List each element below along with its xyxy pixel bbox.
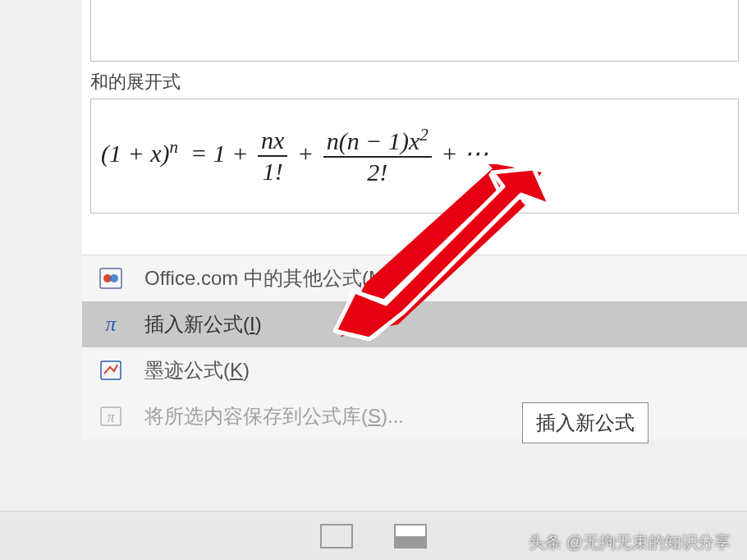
menu-item-office-equations[interactable]: Office.com 中的其他公式(M) — [82, 255, 747, 301]
tooltip-text: 插入新公式 — [536, 411, 635, 434]
office-icon — [97, 264, 125, 292]
menu-label: 将所选内容保存到公式库(S)... — [144, 403, 404, 429]
menu-label: 墨迹公式(K) — [144, 357, 250, 383]
equation-preview-box[interactable]: (1 + x)n = 1 + nx 1! + n(n − 1)x2 2! + ⋯ — [90, 99, 739, 213]
watermark-text: 头条 @无拘无束的知识分享 — [529, 531, 731, 553]
save-icon: π — [97, 402, 125, 430]
svg-text:π: π — [107, 409, 115, 425]
svg-rect-4 — [101, 361, 121, 379]
menu-label: Office.com 中的其他公式(M) — [144, 265, 392, 291]
view-mode-icon[interactable] — [320, 524, 353, 549]
equation-preview-panel: 和的展开式 (1 + x)n = 1 + nx 1! + n(n − 1)x2 … — [82, 0, 747, 255]
svg-point-2 — [110, 274, 118, 282]
ink-icon — [97, 356, 125, 384]
menu-label: 插入新公式(I) — [144, 311, 262, 337]
preview-frame-top — [90, 0, 739, 62]
equation-content: (1 + x)n = 1 + nx 1! + n(n − 1)x2 2! + ⋯ — [101, 125, 488, 187]
menu-item-ink-equation[interactable]: 墨迹公式(K) — [82, 347, 747, 393]
svg-text:π: π — [105, 313, 117, 336]
menu-item-insert-equation[interactable]: π 插入新公式(I) — [82, 301, 747, 347]
tooltip: 插入新公式 — [522, 402, 648, 443]
view-mode-icon[interactable] — [394, 524, 427, 549]
equation-category-label: 和的展开式 — [90, 70, 181, 94]
pi-icon: π — [97, 310, 125, 338]
